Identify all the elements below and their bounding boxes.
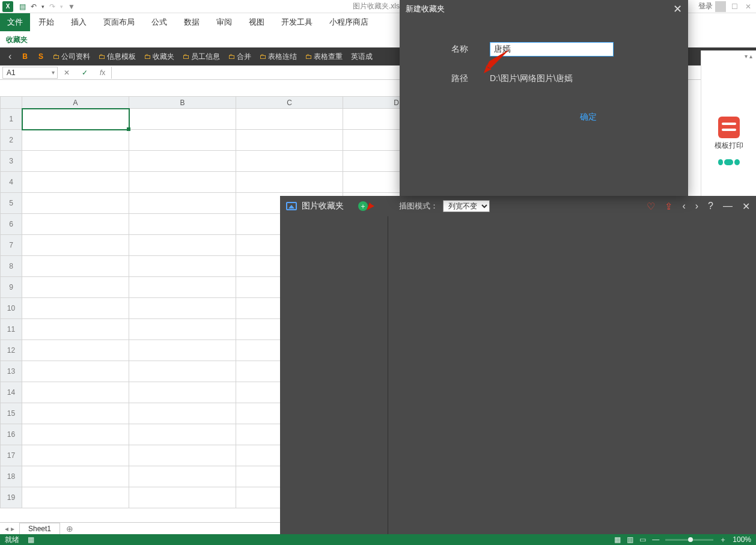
ok-button[interactable]: 确定 (580, 112, 597, 123)
cell[interactable] (129, 277, 236, 298)
fav-merge[interactable]: 🗀合并 (226, 52, 254, 62)
help-icon[interactable]: ? (708, 201, 713, 212)
cell[interactable] (129, 487, 236, 508)
cell[interactable] (129, 235, 236, 256)
undo-icon[interactable]: ↶ (31, 2, 37, 11)
view-layout-icon[interactable]: ▥ (627, 535, 633, 544)
menu-home[interactable]: 开始 (30, 13, 62, 31)
panel-back-icon[interactable]: ‹ (682, 201, 685, 212)
cell[interactable] (236, 109, 343, 130)
fav-staff[interactable]: 🗀员工信息 (180, 52, 222, 62)
cell[interactable] (129, 298, 236, 319)
row-3[interactable]: 3 (1, 151, 22, 172)
cell[interactable] (129, 466, 236, 487)
cell[interactable] (129, 445, 236, 466)
cell[interactable] (129, 340, 236, 361)
cell[interactable] (22, 319, 129, 340)
cell[interactable] (22, 130, 129, 151)
panel-forward-icon[interactable]: › (695, 201, 698, 212)
redo-icon[interactable]: ↷ (49, 2, 55, 11)
cell[interactable] (22, 235, 129, 256)
fav-letter-b[interactable]: B (19, 52, 31, 61)
row-8[interactable]: 8 (1, 256, 22, 277)
menu-dev[interactable]: 开发工具 (273, 13, 321, 31)
row-17[interactable]: 17 (1, 445, 22, 466)
menu-layout[interactable]: 页面布局 (95, 13, 143, 31)
login-area[interactable]: 登录 (698, 1, 726, 12)
row-19[interactable]: 19 (1, 487, 22, 508)
menu-file[interactable]: 文件 (0, 13, 30, 31)
panel-collapse-icon[interactable]: ▾ ▴ (745, 53, 752, 59)
fav-link[interactable]: 🗀表格连结 (257, 52, 299, 62)
zoom-slider[interactable] (665, 539, 713, 541)
maximize-icon[interactable]: ☐ (731, 2, 738, 11)
row-15[interactable]: 15 (1, 403, 22, 424)
cell[interactable] (129, 319, 236, 340)
close-icon[interactable]: ✕ (745, 2, 751, 11)
row-11[interactable]: 11 (1, 319, 22, 340)
col-A[interactable]: A (22, 97, 129, 109)
zoom-out-icon[interactable]: — (652, 535, 659, 544)
view-normal-icon[interactable]: ▦ (614, 535, 621, 544)
row-4[interactable]: 4 (1, 172, 22, 193)
cell[interactable] (22, 403, 129, 424)
cell[interactable] (129, 424, 236, 445)
col-C[interactable]: C (236, 97, 343, 109)
undo-dropdown-icon[interactable]: ▾ (41, 4, 44, 10)
tab-nav-last-icon[interactable]: ▸ (11, 525, 14, 533)
cell[interactable] (129, 109, 236, 130)
cell[interactable] (129, 382, 236, 403)
sheet-tab-1[interactable]: Sheet1 (19, 523, 60, 534)
row-13[interactable]: 13 (1, 361, 22, 382)
insert-mode-select[interactable]: 列宽不变 (443, 200, 490, 212)
select-all-corner[interactable] (1, 97, 22, 109)
dialog-close-icon[interactable]: ✕ (673, 2, 682, 16)
cell[interactable] (129, 151, 236, 172)
add-sheet-icon[interactable]: ⊕ (60, 524, 79, 534)
row-7[interactable]: 7 (1, 235, 22, 256)
cell[interactable] (129, 361, 236, 382)
cell[interactable] (22, 424, 129, 445)
fx-icon[interactable]: fx (94, 69, 111, 77)
row-6[interactable]: 6 (1, 214, 22, 235)
cell[interactable] (129, 130, 236, 151)
cell[interactable] (129, 214, 236, 235)
export-icon[interactable]: ⇪ (665, 201, 672, 212)
redo-dropdown-icon[interactable]: ▾ (60, 4, 63, 10)
menu-insert[interactable]: 插入 (62, 13, 95, 31)
fav-favorites[interactable]: 🗀收藏夹 (142, 52, 177, 62)
cell[interactable] (22, 109, 129, 130)
panel-minimize-icon[interactable]: — (723, 201, 733, 212)
row-10[interactable]: 10 (1, 298, 22, 319)
row-12[interactable]: 12 (1, 340, 22, 361)
view-pagebreak-icon[interactable]: ▭ (639, 535, 646, 544)
row-14[interactable]: 14 (1, 382, 22, 403)
nav-back-icon[interactable]: ‹ (5, 51, 15, 62)
row-5[interactable]: 5 (1, 193, 22, 214)
cell[interactable] (22, 256, 129, 277)
heart-icon[interactable]: ♡ (647, 201, 655, 212)
cell[interactable] (236, 130, 343, 151)
cell[interactable] (22, 193, 129, 214)
name-box[interactable]: A1 (2, 67, 58, 79)
cell[interactable] (129, 172, 236, 193)
cell[interactable] (22, 172, 129, 193)
row-16[interactable]: 16 (1, 424, 22, 445)
name-input[interactable] (490, 42, 614, 56)
cell[interactable] (22, 214, 129, 235)
fav-letter-s[interactable]: S (35, 52, 47, 61)
cell[interactable] (129, 403, 236, 424)
row-9[interactable]: 9 (1, 277, 22, 298)
zoom-in-icon[interactable]: ＋ (719, 535, 727, 545)
record-macro-icon[interactable]: ▦ (28, 535, 34, 544)
menu-store[interactable]: 小程序商店 (321, 13, 377, 31)
menu-formula[interactable]: 公式 (143, 13, 175, 31)
cell[interactable] (22, 382, 129, 403)
cell[interactable] (22, 151, 129, 172)
cell[interactable] (236, 151, 343, 172)
fav-dup[interactable]: 🗀表格查重 (303, 52, 345, 62)
menu-view[interactable]: 视图 (240, 13, 273, 31)
qat-customize-icon[interactable]: ▼ (68, 2, 75, 11)
confirm-edit-icon[interactable]: ✓ (76, 69, 94, 77)
cell[interactable] (22, 340, 129, 361)
